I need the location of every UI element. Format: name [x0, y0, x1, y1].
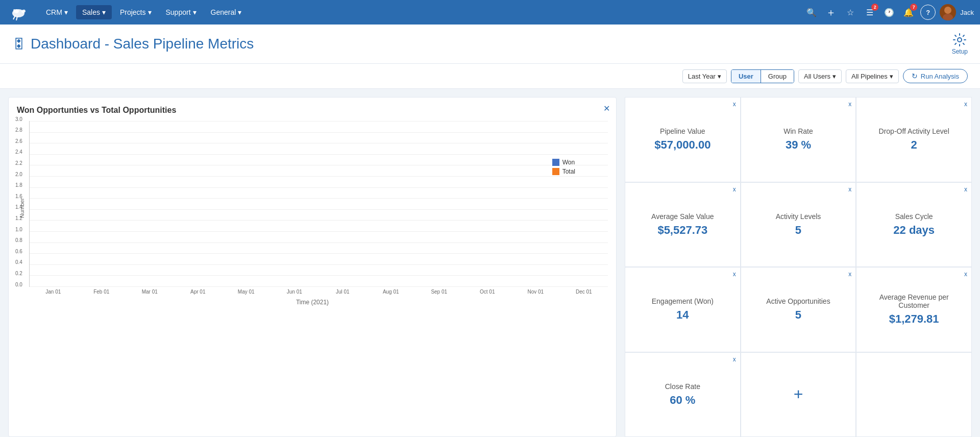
metric-card-avg_revenue_per_customer: xAverage Revenue per Customer$1,279.81 [856, 267, 972, 352]
clock-icon[interactable]: 🕐 [881, 5, 897, 20]
metric-close-win_rate[interactable]: x [848, 101, 851, 108]
x-axis-label: Nov 01 [511, 289, 560, 295]
legend-total-box [552, 168, 559, 175]
metric-value-close_rate: 60 % [670, 394, 695, 407]
metric-value-active_opportunities: 5 [795, 308, 801, 322]
metric-label-activity_levels: Activity Levels [776, 212, 821, 221]
chart-section: Won Opportunties vs Total Opportunities … [8, 97, 617, 437]
metric-close-sales_cycle[interactable]: x [964, 186, 967, 193]
page-header: 🎛 Dashboard - Sales Pipeline Metrics Set… [0, 25, 980, 64]
svg-point-7 [943, 14, 953, 20]
metric-label-avg_sale_value: Average Sale Value [651, 212, 714, 221]
user-view-button[interactable]: User [731, 70, 761, 83]
x-axis-label: Aug 01 [367, 289, 415, 295]
help-icon[interactable]: ? [920, 5, 936, 20]
metric-label-pipeline_value: Pipeline Value [660, 127, 705, 135]
list-icon[interactable]: ☰ 2 [862, 5, 877, 20]
add-metric-button[interactable]: + [794, 385, 803, 404]
chart-close-button[interactable]: ✕ [603, 104, 610, 113]
nav-projects[interactable]: Projects ▾ [114, 5, 158, 19]
metric-label-close_rate: Close Rate [665, 382, 700, 391]
metric-close-engagement_won[interactable]: x [733, 271, 736, 278]
metric-value-pipeline_value: $57,000.00 [654, 138, 710, 152]
search-icon[interactable]: 🔍 [804, 5, 819, 20]
x-axis-label: Oct 01 [463, 289, 512, 295]
add-icon[interactable]: ＋ [823, 5, 839, 20]
group-view-button[interactable]: Group [761, 70, 794, 83]
view-toggle: User Group [731, 69, 794, 83]
period-filter[interactable]: Last Year ▾ [682, 69, 727, 83]
metric-card-add_metric: + [741, 352, 856, 438]
x-axis-label: May 01 [222, 289, 271, 295]
nav-support[interactable]: Support ▾ [160, 5, 203, 19]
topnav: CRM ▾ Sales ▾ Projects ▾ Support ▾ Gener… [0, 0, 980, 25]
metric-close-active_opportunities[interactable]: x [848, 271, 851, 278]
page-title-row: 🎛 Dashboard - Sales Pipeline Metrics [12, 36, 254, 52]
run-analysis-button[interactable]: ↻ Run Analysis [903, 69, 968, 83]
metric-close-pipeline_value[interactable]: x [733, 101, 736, 108]
metric-card-activity_levels: xActivity Levels5 [741, 182, 856, 268]
svg-point-6 [944, 7, 951, 14]
metric-close-activity_levels[interactable]: x [848, 186, 851, 193]
legend-total: Total [552, 168, 575, 175]
x-axis-label: Mar 01 [126, 289, 174, 295]
topnav-menu: CRM ▾ Sales ▾ Projects ▾ Support ▾ Gener… [40, 5, 800, 19]
refresh-icon: ↻ [912, 72, 918, 80]
metric-label-sales_cycle: Sales Cycle [895, 212, 933, 221]
x-axis-label: Feb 01 [78, 289, 126, 295]
metric-value-sales_cycle: 22 days [893, 224, 935, 237]
x-axis-labels: Jan 01Feb 01Mar 01Apr 01May 01Jun 01Jul … [29, 289, 608, 295]
metric-close-dropoff_activity[interactable]: x [964, 101, 967, 108]
chart-plot: 3.02.82.62.42.22.01.81.61.41.21.00.80.60… [29, 121, 608, 287]
page-title: Dashboard - Sales Pipeline Metrics [31, 36, 254, 52]
metric-card-pipeline_value: xPipeline Value$57,000.00 [625, 97, 741, 182]
metric-label-dropoff_activity: Drop-Off Activity Level [879, 127, 949, 135]
bell-icon[interactable]: 🔔 7 [901, 5, 916, 20]
bars-container [30, 121, 608, 286]
metric-value-dropoff_activity: 2 [911, 138, 917, 152]
metric-card-empty [856, 352, 972, 438]
metric-value-win_rate: 39 % [786, 138, 811, 152]
metric-label-engagement_won: Engagement (Won) [652, 297, 714, 305]
x-axis-title: Time (2021) [17, 299, 608, 306]
pipelines-filter[interactable]: All Pipelines ▾ [846, 69, 899, 83]
metric-card-active_opportunities: xActive Opportunities5 [741, 267, 856, 352]
metric-card-sales_cycle: xSales Cycle22 days [856, 182, 972, 268]
filter-bar: Last Year ▾ User Group All Users ▾ All P… [0, 64, 980, 89]
nav-crm[interactable]: CRM ▾ [40, 5, 74, 19]
x-axis-label: Apr 01 [174, 289, 223, 295]
y-grid-line: 0.0 [30, 286, 608, 287]
nav-general[interactable]: General ▾ [205, 5, 248, 19]
metric-value-activity_levels: 5 [795, 224, 801, 237]
app-logo[interactable] [6, 3, 32, 21]
metric-card-dropoff_activity: xDrop-Off Activity Level2 [856, 97, 972, 182]
legend-total-label: Total [562, 168, 575, 175]
dashboard-icon: 🎛 [12, 36, 26, 52]
username-label[interactable]: Jack [960, 9, 974, 16]
legend-won: Won [552, 159, 575, 166]
metric-label-active_opportunities: Active Opportunities [766, 297, 830, 305]
metric-card-close_rate: xClose Rate60 % [625, 352, 741, 438]
metric-card-win_rate: xWin Rate39 % [741, 97, 856, 182]
chart-legend: Won Total [552, 159, 575, 175]
legend-won-box [552, 159, 559, 166]
metric-close-close_rate[interactable]: x [733, 356, 736, 363]
users-filter[interactable]: All Users ▾ [798, 69, 842, 83]
metric-value-engagement_won: 14 [676, 308, 689, 322]
x-axis-label: Jun 01 [271, 289, 319, 295]
x-axis-label: Jul 01 [318, 289, 367, 295]
avatar[interactable] [940, 4, 956, 20]
metric-label-win_rate: Win Rate [783, 127, 813, 135]
metric-card-engagement_won: xEngagement (Won)14 [625, 267, 741, 352]
nav-sales[interactable]: Sales ▾ [76, 5, 112, 19]
metric-value-avg_revenue_per_customer: $1,279.81 [889, 312, 939, 326]
star-icon[interactable]: ☆ [843, 5, 858, 20]
metric-value-avg_sale_value: $5,527.73 [657, 224, 707, 237]
metric-close-avg_revenue_per_customer[interactable]: x [964, 271, 967, 278]
topnav-actions: 🔍 ＋ ☆ ☰ 2 🕐 🔔 7 ? Jack [804, 4, 974, 20]
metric-close-avg_sale_value[interactable]: x [733, 186, 736, 193]
legend-won-label: Won [562, 159, 575, 166]
chart-area: Number 3.02.82.62.42.22.01.81.61.41.21.0… [17, 121, 608, 295]
x-axis-label: Jan 01 [29, 289, 78, 295]
setup-button[interactable]: Setup [952, 33, 968, 55]
